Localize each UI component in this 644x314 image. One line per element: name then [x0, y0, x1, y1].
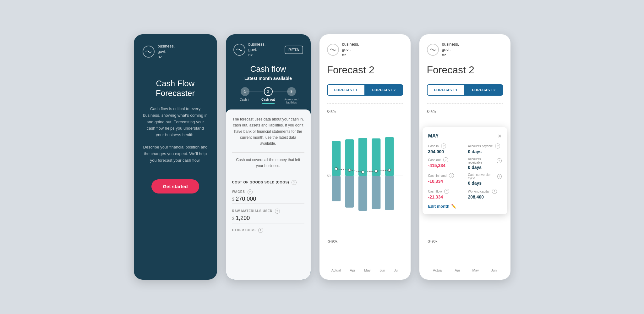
popup-cih-value: -10,334	[428, 179, 462, 184]
dashed-divider-4b	[427, 103, 503, 104]
step-2-circle: 2	[264, 87, 273, 96]
screen-2-title: Cash flow	[233, 64, 303, 74]
popup-header: MAY ×	[428, 133, 502, 139]
step-3-circle: 3	[287, 87, 296, 96]
svg-rect-9	[358, 138, 367, 176]
svg-point-19	[388, 169, 390, 171]
popup-cash-out-value: -415,334	[428, 163, 462, 168]
edit-month-link[interactable]: Edit month ✏️	[428, 204, 502, 209]
screen-3-title: Forecast 2	[327, 64, 403, 76]
popup-accounts-payable: Accounts payable ? 0 days	[468, 143, 502, 154]
brand-logo-icon-4	[427, 44, 439, 56]
month-detail-popup: MAY × Cash in ? 394,000 Accounts payable…	[423, 127, 507, 214]
chart-svg-3: $0	[327, 116, 403, 236]
cogs-help-icon[interactable]: ?	[292, 180, 297, 185]
screen-2-subtitle: Latest month available	[233, 76, 303, 81]
divider-1	[232, 152, 304, 153]
brand-name-4: business. govt. nz	[442, 42, 459, 58]
svg-point-20	[432, 49, 434, 50]
screen-1-desc1: Cash flow is critical to every business,…	[143, 106, 208, 138]
tab-forecast2-screen3[interactable]: FORECAST 2	[365, 84, 403, 96]
svg-point-2	[332, 49, 334, 50]
popup-wc-label: Working capital ?	[468, 189, 502, 194]
cih-help[interactable]: ?	[449, 173, 454, 178]
popup-cash-in: Cash in ? 394,000	[428, 143, 462, 154]
popup-close-button[interactable]: ×	[498, 133, 502, 139]
beta-badge: BETA	[285, 46, 303, 54]
chart-x-labels-4: Actual Apr May Jun	[427, 268, 503, 272]
popup-fields-grid: Cash in ? 394,000 Accounts payable ? 0 d…	[428, 143, 502, 199]
step-3[interactable]: 3 Assets and liabilities	[280, 87, 303, 105]
popup-accounts-receivable: Accounts receivable ? 0 days	[468, 157, 502, 170]
svg-rect-8	[345, 176, 354, 208]
popup-cash-in-label: Cash in ?	[428, 143, 462, 149]
tabs-row-3: FORECAST 1 FORECAST 2	[327, 84, 403, 96]
tab-forecast2-screen4[interactable]: FORECAST 2	[465, 84, 503, 96]
wages-help-icon[interactable]: ?	[248, 189, 253, 194]
step-1[interactable]: 1 Cash in	[233, 87, 257, 105]
screen-1-desc2: Describe your financial position and the…	[143, 144, 208, 164]
logo-area-1: business. govt. nz	[143, 44, 208, 60]
ap-help[interactable]: ?	[495, 143, 500, 149]
popup-ccc-label: Cash conversion cycle ?	[468, 173, 502, 180]
chart-y-top-3: $450k	[327, 110, 403, 114]
wages-value[interactable]: $ 270,000	[232, 196, 304, 204]
wc-help[interactable]: ?	[492, 189, 497, 194]
chart-y-bottom-3: -$490k	[327, 239, 403, 243]
brand-name-3: business. govt. nz	[342, 42, 359, 58]
chart-area-3: $450k $0	[327, 107, 403, 266]
screen-1-content: Cash Flow Forecaster Cash flow is critic…	[143, 79, 208, 267]
svg-point-18	[375, 170, 377, 172]
tab-forecast1-screen3[interactable]: FORECAST 1	[327, 84, 365, 96]
popup-cash-conversion: Cash conversion cycle ? 0 days	[468, 173, 502, 186]
cash-in-help[interactable]: ?	[441, 143, 446, 149]
step-1-circle: 1	[241, 87, 249, 96]
step-2[interactable]: 2 Cash out	[257, 87, 280, 105]
dashed-divider-4	[427, 81, 503, 81]
raw-help-icon[interactable]: ?	[275, 209, 280, 214]
popup-cash-out-label: Cash out ?	[428, 157, 462, 162]
screen-2-header: business. govt. nz BETA Cash flow Latest…	[226, 34, 311, 109]
svg-point-17	[361, 171, 364, 173]
get-started-button[interactable]: Get started	[151, 179, 199, 193]
popup-ar-value: 0 days	[468, 165, 502, 170]
logo-area-4: business. govt. nz	[427, 42, 503, 58]
tab-forecast1-screen4[interactable]: FORECAST 1	[427, 84, 465, 96]
popup-ar-label: Accounts receivable ?	[468, 157, 502, 164]
screen-1: business. govt. nz Cash Flow Forecaster …	[134, 34, 217, 280]
popup-cash-in-hand: Cash in hand ? -10,334	[428, 173, 462, 186]
wages-field: WAGES ? $ 270,000	[232, 189, 304, 204]
body-desc2: Cash out covers all the money that left …	[232, 157, 304, 169]
screen-4-title: Forecast 2	[427, 64, 503, 76]
step-3-label: Assets and liabilities	[280, 98, 303, 105]
brand-name-2: business. govt. nz	[248, 42, 266, 58]
screen-1-title: Cash Flow Forecaster	[143, 79, 208, 98]
logo-left-2: business. govt. nz	[233, 42, 266, 58]
other-cogs-help-icon[interactable]: ?	[258, 228, 263, 233]
logo-area-2: business. govt. nz BETA	[233, 42, 303, 58]
cash-out-help[interactable]: ?	[443, 157, 448, 162]
section-label-cogs: COST OF GOODS SOLD (COGS) ?	[232, 180, 304, 185]
step-1-label: Cash in	[240, 98, 250, 102]
popup-cash-in-value: 394,000	[428, 149, 462, 154]
popup-ap-label: Accounts payable ?	[468, 143, 502, 149]
screen-3: business. govt. nz Forecast 2 FORECAST 1…	[319, 34, 411, 280]
brand-logo-icon-1	[143, 46, 155, 58]
brand-logo-icon-3	[327, 44, 339, 56]
ar-help[interactable]: ?	[497, 158, 501, 163]
popup-cash-flow: Cash flow ? -21,334	[428, 189, 462, 199]
wages-label: WAGES ?	[232, 189, 304, 194]
svg-point-15	[335, 167, 337, 170]
ccc-help[interactable]: ?	[497, 174, 502, 179]
raw-materials-field: RAW MATERIALS USED ? $ 1,200	[232, 209, 304, 223]
svg-rect-5	[332, 141, 341, 176]
other-cogs-field: OTHER COGS ?	[232, 228, 304, 233]
cf-help[interactable]: ?	[444, 189, 449, 194]
dashed-divider-3b	[327, 103, 403, 104]
popup-month-title: MAY	[428, 133, 439, 139]
svg-rect-12	[372, 176, 380, 209]
dashed-divider-3	[327, 81, 403, 81]
chart-x-labels-3: Actual Apr May Jun Jul	[327, 268, 403, 272]
svg-rect-6	[332, 176, 341, 201]
raw-materials-value[interactable]: $ 1,200	[232, 215, 304, 223]
